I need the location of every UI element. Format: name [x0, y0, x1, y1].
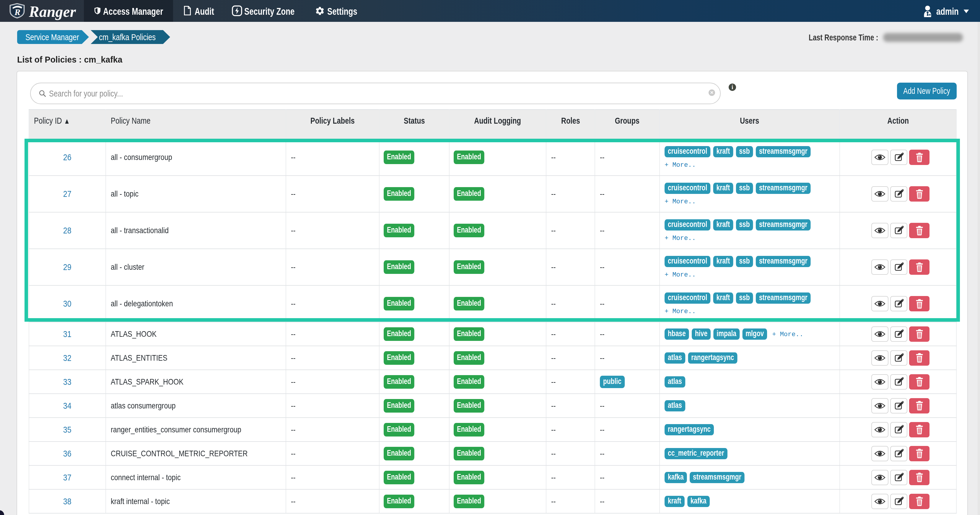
svg-text:R: R	[14, 7, 21, 17]
